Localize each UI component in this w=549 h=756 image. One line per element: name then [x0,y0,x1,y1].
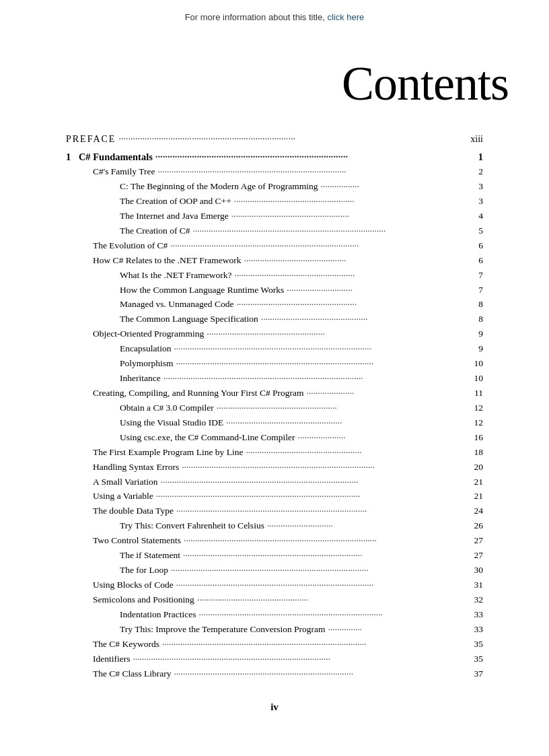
dots-creating: ····················· [307,386,462,401]
label-relates: How C# Relates to the .NET Framework [93,254,242,268]
page-oop-cpp: 3 [464,195,483,209]
label-variable: Using a Variable [93,489,153,504]
dots-managed: ········································… [236,298,462,312]
toc-row-identifiers: Identifiers ····························… [66,652,483,666]
page-obtain: 12 [464,401,483,415]
label-small-variation: A Small Variation [93,475,158,489]
label-java-emerge: The Internet and Java Emerge [120,209,229,224]
bottom-page-number: iv [0,681,549,726]
label-temp-improve: Try This: Improve the Temperature Conver… [120,623,326,637]
page-csc: 16 [464,431,483,445]
page-creating: 11 [464,386,483,401]
page-syntax: 20 [464,460,483,475]
dots-csc: ····················· [298,431,462,445]
toc-row-variable: Using a Variable ·······················… [66,489,483,504]
dots-syntax: ········································… [182,460,462,475]
chapter-1-num: 1 [66,151,71,162]
page-num-label: iv [270,701,279,712]
toc-row-csc: Using csc.exe, the C# Command-Line Compi… [66,431,483,445]
label-vs-ide: Using the Visual Studio IDE [120,416,223,430]
page-oop: 9 [464,327,483,341]
top-bar-text: For more information about this title, [185,12,325,22]
dots-oop: ········································… [207,327,462,341]
label-evolution: The Evolution of C# [93,239,168,253]
chapter-1-title: C# Fundamentals [79,151,153,162]
toc-row-for: The for Loop ···························… [66,563,483,578]
label-oop-cpp: The Creation of OOP and C++ [120,195,231,209]
toc-row-encapsulation: Encapsulation ··························… [66,342,483,356]
dots-variable: ········································… [156,489,462,504]
page-polymorphism: 10 [464,357,483,371]
page-cls: 8 [464,312,483,327]
dots-indentation: ········································… [199,608,462,622]
dots-vs-ide: ········································… [226,416,462,430]
label-syntax: Handling Syntax Errors [93,460,179,475]
dots-polymorphism: ········································… [176,357,462,371]
dots-blocks: ········································… [176,578,462,592]
dots-identifiers: ········································… [133,652,462,666]
label-if: The if Statement [120,549,180,563]
chapter-1-dots: ········································… [155,149,462,164]
label-cls: The Common Language Specification [120,312,258,327]
page-keywords: 35 [464,638,483,652]
page-temp-improve: 33 [464,623,483,637]
page-vs-ide: 12 [464,416,483,430]
page-title: Contents [0,56,509,112]
dots-encapsulation: ········································… [174,342,462,356]
label-inheritance: Inheritance [120,372,161,386]
label-fahrenheit: Try This: Convert Fahrenheit to Celsius [120,519,264,533]
toc-row-managed: Managed vs. Unmanaged Code ·············… [66,298,483,312]
label-double: The double Data Type [93,504,174,518]
dots-first-example: ········································… [246,446,462,460]
page-indentation: 33 [464,608,483,622]
toc-row-indentation: Indentation Practices ··················… [66,608,483,622]
dots-java-emerge: ········································… [231,209,462,224]
label-oop: Object-Oriented Programming [93,327,204,341]
toc-row-what-net: What Is the .NET Framework? ············… [66,269,483,283]
page-clr: 7 [464,283,483,298]
dots-evolution: ········································… [170,239,462,253]
toc-row-small-variation: A Small Variation ······················… [66,475,483,489]
label-for: The for Loop [120,563,168,578]
dots-relates: ········································… [244,254,462,268]
dots-if: ········································… [183,549,462,563]
click-here-link[interactable]: click here [327,12,364,22]
label-first-example: The First Example Program Line by Line [93,446,243,460]
preface-label: PREFACE [66,132,116,147]
label-polymorphism: Polymorphism [120,357,174,371]
toc-row-creating: Creating, Compiling, and Running Your Fi… [66,386,483,401]
page-first-example: 18 [464,446,483,460]
page-encapsulation: 9 [464,342,483,356]
dots-small-variation: ········································… [161,475,462,489]
toc-row-java-emerge: The Internet and Java Emerge ···········… [66,209,483,224]
toc-row-temp-improve: Try This: Improve the Temperature Conver… [66,623,483,637]
page-family-tree: 2 [464,165,483,179]
toc-row-syntax: Handling Syntax Errors ·················… [66,460,483,475]
page-title-block: Contents [0,29,549,132]
dots-what-net: ········································… [235,269,462,283]
label-family-tree: C#'s Family Tree [93,165,155,179]
label-what-net: What Is the .NET Framework? [120,269,232,283]
toc-row-semicolons: Semicolons and Positioning ·············… [66,593,483,607]
toc-row-evolution: The Evolution of C# ····················… [66,239,483,253]
dots-control: ········································… [184,534,462,548]
toc-row-creation-csharp: The Creation of C# ·····················… [66,224,483,238]
toc-row-c-beginning: C: The Beginning of the Modern Age of Pr… [66,180,483,194]
label-clr: How the Common Language Runtime Works [120,283,284,298]
dots-creation-csharp: ········································… [193,224,462,238]
toc-row-clr: How the Common Language Runtime Works ··… [66,283,483,298]
label-creating: Creating, Compiling, and Running Your Fi… [93,386,304,401]
page-fahrenheit: 26 [464,519,483,533]
page-class-library: 37 [464,667,483,681]
toc-row-oop: Object-Oriented Programming ············… [66,327,483,341]
page-semicolons: 32 [464,593,483,607]
dots-for: ········································… [171,563,462,578]
dots-keywords: ········································… [162,638,462,652]
dots-c-beginning: ················· [320,180,462,194]
label-encapsulation: Encapsulation [120,342,171,356]
toc-row-fahrenheit: Try This: Convert Fahrenheit to Celsius … [66,519,483,533]
preface-dots: ········································… [118,132,462,147]
toc-row-obtain: Obtain a C# 3.0 Compiler ···············… [66,401,483,415]
preface-page: xiii [464,132,483,147]
chapter-1-page: 1 [464,149,483,164]
